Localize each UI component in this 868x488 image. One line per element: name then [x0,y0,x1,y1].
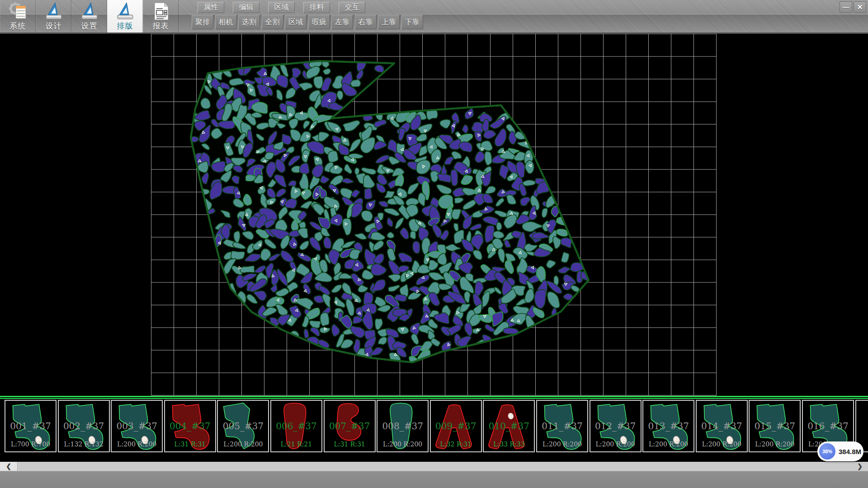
pattern-name: 003_#37 [112,421,162,432]
pattern-name: 008_#37 [377,421,428,432]
set-square-icon [115,1,135,21]
pattern-lr-count: L:132 R:132 [59,441,109,448]
pattern-lr-count: L:31 R:31 [165,441,215,448]
scroll-right-button[interactable]: ❯ [852,462,868,471]
tool-button-3[interactable]: 选割 [238,15,260,29]
tool-button-10[interactable]: 下靠 [401,15,423,29]
pattern-lr-count: L:200 R:200 [750,441,800,448]
module-button-3[interactable]: 设置 [71,0,107,33]
module-button-5[interactable]: 报表 [143,0,179,33]
pattern-lr-count: L:200 R:200 [377,441,428,448]
memory-usage-badge[interactable]: 38% 384.8M [817,441,863,461]
pattern-thumbnail-9[interactable]: 009_#37L:32 R:31 [430,400,482,452]
gear-spreadsheet-icon [8,1,28,21]
pattern-lr-count: L:200 R:200 [218,441,268,448]
pattern-thumbnail-3[interactable]: 003_#37L:200 R:200 [111,400,163,452]
scroll-left-button[interactable]: ❮ [0,462,18,471]
pattern-thumbnail-12[interactable]: 012_#37L:200 R:200 [590,400,642,452]
pattern-name: 004_#37 [165,421,215,432]
pattern-name: 007_#37 [325,421,375,432]
tool-button-8[interactable]: 右靠 [355,15,377,29]
pattern-lr-count: L:200 R:200 [643,441,693,448]
menu-tab-5[interactable]: 交互 [339,2,365,13]
tool-button-5[interactable]: 区域 [285,15,307,29]
strip-separator-line [0,396,868,399]
module-button-label: 排版 [117,21,133,31]
pattern-lr-count: L:33 R:33 [484,441,534,448]
pattern-lr-count: L:32 R:31 [431,441,481,448]
module-button-2[interactable]: 设计 [36,0,71,33]
horizontal-scrollbar[interactable]: ❮ ❯ [0,462,868,471]
pattern-name: 002_#37 [59,421,109,432]
pattern-name: 001_#37 [5,421,56,432]
module-button-label: 系统 [10,21,26,31]
pattern-name: 015_#37 [750,421,800,432]
pattern-lr-count: L:200 R:200 [590,441,641,448]
window-controls: — ✕ [840,1,866,13]
tool-button-2[interactable]: 相机 [215,15,237,29]
pattern-thumbnail-11[interactable]: 011_#37L:200 R:200 [536,400,588,452]
pattern-name: 012_#37 [590,421,641,432]
pattern-lr-count: L:21 R:21 [271,441,321,448]
module-buttons: 系统设计设置排版报表 [0,0,179,33]
module-button-1[interactable]: 系统 [0,0,36,33]
pattern-thumbnail-14[interactable]: 014_#37L:200 R:200 [696,400,748,452]
pattern-name: 006_#37 [271,421,321,432]
module-button-4[interactable]: 排版 [107,0,143,33]
memory-value: 384.8M [839,448,861,455]
menu-tab-2[interactable]: 编辑 [233,2,259,13]
module-button-label: 报表 [153,21,169,31]
pattern-name: 014_#37 [697,421,747,432]
pattern-lr-count: L:200 R:200 [697,441,747,448]
pattern-name: 005_#37 [218,421,268,432]
pattern-lr-count: L:31 R:31 [325,441,375,448]
tool-buttons-row: 聚排相机选割全割区域瑕疵左靠右靠上靠下靠 [192,15,425,29]
pattern-thumbnail-15[interactable]: 015_#37L:200 R:200 [749,400,801,452]
pattern-name: 011_#37 [537,421,587,432]
pattern-thumbnail-13[interactable]: 013_#37L:200 R:200 [642,400,694,452]
menu-tabs: 属性编辑区域排料交互 [198,2,374,13]
toolbar-edge [0,33,868,34]
ribbon-bar: 系统设计设置排版报表 属性编辑区域排料交互 聚排相机选割全割区域瑕疵左靠右靠上靠… [0,0,868,34]
pattern-thumbnail-4[interactable]: 004_#37L:31 R:31 [164,400,216,452]
pattern-thumbnail-6[interactable]: 006_#37L:21 R:21 [270,400,322,452]
tool-button-7[interactable]: 左靠 [331,15,353,29]
close-button[interactable]: ✕ [854,1,866,13]
set-square-icon [80,1,99,21]
pattern-thumbnail-8[interactable]: 008_#37L:200 R:200 [377,400,429,452]
nesting-app-window: 系统设计设置排版报表 属性编辑区域排料交互 聚排相机选割全割区域瑕疵左靠右靠上靠… [0,0,868,488]
tool-button-4[interactable]: 全割 [262,15,283,29]
usage-percent-indicator: 38% [819,443,835,460]
menu-tab-4[interactable]: 排料 [303,2,330,13]
report-doc-icon [151,1,171,21]
module-button-label: 设计 [46,21,62,31]
tool-button-9[interactable]: 上靠 [378,15,400,29]
menu-tab-1[interactable]: 属性 [198,2,224,13]
pattern-thumbnail-5[interactable]: 005_#37L:200 R:200 [217,400,269,452]
pattern-thumbnail-2[interactable]: 002_#37L:132 R:132 [58,400,110,452]
module-button-label: 设置 [81,21,98,31]
pattern-thumbnail-7[interactable]: 007_#37L:31 R:31 [324,400,376,452]
pattern-thumbnail-1[interactable]: 001_#37L:700 R:700 [5,400,57,452]
pattern-name: 016_#37 [803,421,853,432]
pattern-name: 009_#37 [431,421,481,432]
menu-tab-3[interactable]: 区域 [268,2,295,13]
pattern-name: 013_#37 [643,421,693,432]
tool-button-1[interactable]: 聚排 [192,15,213,29]
minimize-button[interactable]: — [840,1,852,13]
pattern-lr-count: L:700 R:700 [5,441,56,448]
pattern-lr-count: L:200 R:200 [112,441,162,448]
tool-button-6[interactable]: 瑕疵 [308,15,330,29]
pattern-lr-count: L:200 R:200 [537,441,587,448]
status-bar [0,471,868,488]
pattern-thumbnail-10[interactable]: 010_#37L:33 R:33 [483,400,535,452]
pattern-name: 010_#37 [484,421,534,432]
set-square-icon [44,1,64,21]
